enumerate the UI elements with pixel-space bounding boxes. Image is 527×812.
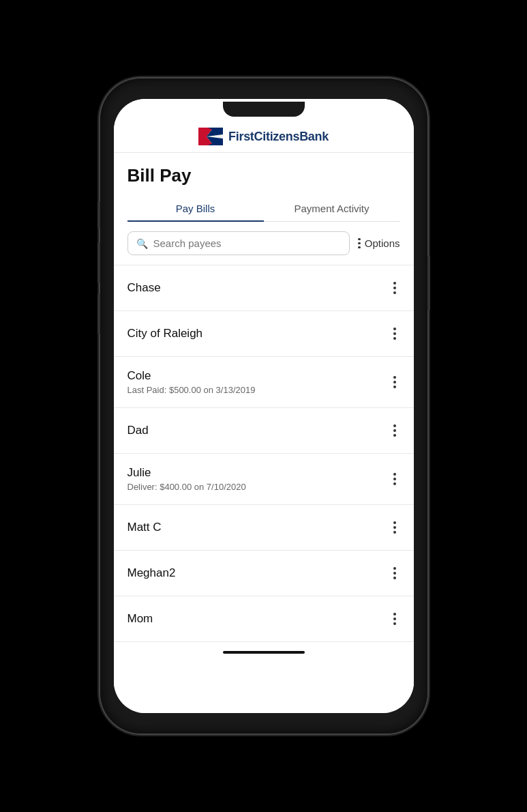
payee-item-chase[interactable]: Chase <box>114 265 414 311</box>
search-icon: 🔍 <box>136 238 148 249</box>
payee-info: City of Raleigh <box>127 327 203 340</box>
page-header: Bill Pay Pay Bills Payment Activity <box>114 153 414 222</box>
home-bar <box>223 651 305 654</box>
tabs-container: Pay Bills Payment Activity <box>127 196 400 222</box>
payee-name: Matt C <box>127 521 162 534</box>
payee-list: Chase City of Raleigh <box>114 265 414 642</box>
payee-menu-icon-meghan2[interactable] <box>389 563 400 583</box>
payee-menu-icon-matt-c[interactable] <box>389 517 400 538</box>
payee-info: Mom <box>127 612 153 626</box>
phone-screen: FirstCitizensBank Bill Pay Pay Bills Pay… <box>114 99 414 713</box>
payee-sub: Deliver: $400.00 on 7/10/2020 <box>127 482 246 492</box>
payee-info: Matt C <box>127 521 162 534</box>
notch <box>223 102 305 117</box>
payee-menu-icon-mom[interactable] <box>389 609 400 629</box>
payee-menu-icon-chase[interactable] <box>389 278 400 298</box>
payee-menu-icon-cole[interactable] <box>389 372 400 392</box>
page-title: Bill Pay <box>127 165 400 186</box>
options-menu-icon <box>358 238 361 249</box>
search-box[interactable]: 🔍 <box>127 231 350 255</box>
bank-name-label: FirstCitizensBank <box>228 130 329 144</box>
bank-header: FirstCitizensBank <box>114 119 414 153</box>
payee-item-meghan2[interactable]: Meghan2 <box>114 551 414 596</box>
bank-flag-icon <box>198 128 223 145</box>
payee-info: Chase <box>127 281 161 295</box>
top-bar <box>114 99 414 119</box>
screen-content: Bill Pay Pay Bills Payment Activity 🔍 <box>114 153 414 713</box>
volume-down-button <box>97 293 100 334</box>
payee-item-matt-c[interactable]: Matt C <box>114 505 414 551</box>
payee-name: Dad <box>127 424 149 437</box>
volume-up-button <box>97 242 100 283</box>
home-indicator <box>114 642 414 663</box>
phone-frame: FirstCitizensBank Bill Pay Pay Bills Pay… <box>100 78 427 734</box>
payee-info: Dad <box>127 424 149 437</box>
search-options-row: 🔍 Options <box>114 222 414 265</box>
payee-menu-icon-city-of-raleigh[interactable] <box>389 323 400 344</box>
volume-mute-button <box>97 201 100 229</box>
power-button <box>427 256 430 310</box>
payee-name: Chase <box>127 281 161 295</box>
payee-info: Cole Last Paid: $500.00 on 3/13/2019 <box>127 369 256 395</box>
tab-payment-activity[interactable]: Payment Activity <box>264 196 400 221</box>
payee-name: City of Raleigh <box>127 327 203 340</box>
payee-item-julie[interactable]: Julie Deliver: $400.00 on 7/10/2020 <box>114 454 414 505</box>
search-input[interactable] <box>153 237 342 249</box>
payee-info: Julie Deliver: $400.00 on 7/10/2020 <box>127 466 246 492</box>
payee-name: Julie <box>127 466 246 480</box>
payee-item-cole[interactable]: Cole Last Paid: $500.00 on 3/13/2019 <box>114 357 414 408</box>
payee-menu-icon-dad[interactable] <box>389 420 400 441</box>
payee-name: Cole <box>127 369 256 383</box>
payee-name: Mom <box>127 612 153 626</box>
payee-item-city-of-raleigh[interactable]: City of Raleigh <box>114 311 414 357</box>
payee-sub: Last Paid: $500.00 on 3/13/2019 <box>127 385 256 395</box>
tab-pay-bills[interactable]: Pay Bills <box>127 196 264 221</box>
payee-info: Meghan2 <box>127 566 176 580</box>
payee-item-dad[interactable]: Dad <box>114 408 414 454</box>
payee-menu-icon-julie[interactable] <box>389 469 400 489</box>
options-button[interactable]: Options <box>358 237 400 249</box>
payee-name: Meghan2 <box>127 566 176 580</box>
bank-logo: FirstCitizensBank <box>198 128 329 145</box>
payee-item-mom[interactable]: Mom <box>114 596 414 642</box>
options-label: Options <box>365 237 400 249</box>
